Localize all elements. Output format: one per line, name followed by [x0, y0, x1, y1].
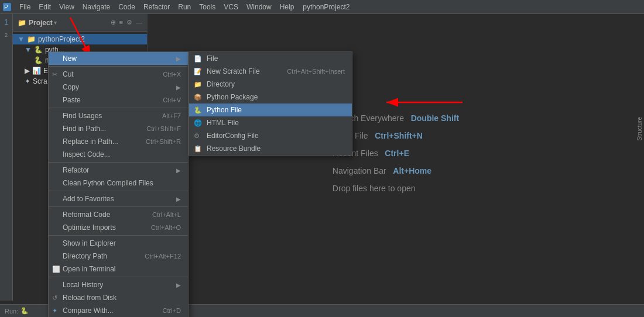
collapse-icon[interactable]: ≡	[119, 19, 123, 26]
scratch-icon: ✦	[25, 77, 30, 85]
menu-inspect-code[interactable]: Inspect Code...	[49, 148, 188, 161]
scratch-shortcut: Ctrl+Alt+Shift+Insert	[287, 68, 345, 75]
menu-tools[interactable]: Tools	[195, 2, 220, 12]
terminal-icon: ⬜	[52, 266, 60, 273]
folder-icon: 📁	[18, 19, 26, 27]
tree-project-root[interactable]: ▼ 📁 pythonProject2	[13, 34, 147, 44]
project-expand-icon: ▼	[18, 35, 25, 43]
submenu-html[interactable]: 🌐 HTML File	[189, 116, 352, 129]
optimize-label: Optimize Imports	[63, 223, 116, 232]
optimize-shortcut: Ctrl+Alt+O	[151, 224, 181, 231]
submenu-html-label: HTML File	[207, 119, 239, 127]
menu-cut-label: Cut	[63, 70, 74, 78]
menu-refactor[interactable]: Refactor	[139, 2, 174, 12]
find-in-path-label: Find in Path...	[63, 125, 106, 133]
menubar: P File Edit View Navigate Code Refactor …	[0, 0, 644, 14]
menu-show-explorer[interactable]: Show in Explorer	[49, 237, 188, 250]
python-folder-icon: 🐍	[34, 46, 43, 54]
submenu-python-pkg[interactable]: 📦 Python Package	[189, 91, 352, 104]
menu-file[interactable]: File	[15, 2, 35, 12]
reload-icon: ↺	[52, 294, 57, 302]
menu-dir-path[interactable]: Directory Path Ctrl+Alt+F12	[49, 250, 188, 263]
panel-header: 📁 Project ▾ ⊕ ≡ ⚙ —	[13, 14, 147, 32]
menu-local-history[interactable]: Local History ▶	[49, 278, 188, 291]
divider-3	[49, 162, 188, 163]
scratch-icon-sub: 📝	[194, 68, 202, 75]
menu-cut[interactable]: ✂ Cut Ctrl+X	[49, 68, 188, 81]
submenu-file[interactable]: 📄 File	[189, 52, 352, 65]
menu-help[interactable]: Help	[276, 2, 299, 12]
menu-view[interactable]: View	[55, 2, 78, 12]
editorconfig-icon-sub: ⚙	[194, 132, 200, 140]
folder-expand-icon: ▼	[25, 46, 32, 54]
dir-path-label: Directory Path	[63, 252, 107, 260]
refactor-arrow-icon: ▶	[176, 167, 181, 174]
menu-vcs[interactable]: VCS	[220, 2, 242, 12]
submenu-new: 📄 File 📝 New Scratch File Ctrl+Alt+Shift…	[189, 51, 352, 156]
structure-panel-label[interactable]: Structure	[636, 117, 643, 141]
menu-new[interactable]: New ▶	[49, 52, 188, 65]
libs-expand-icon: ▶	[25, 67, 30, 75]
divider-6	[49, 235, 188, 236]
svg-text:P: P	[4, 4, 8, 11]
structure-icon[interactable]: 2	[1, 29, 12, 41]
refactor-label: Refactor	[63, 166, 89, 174]
menu-clean-python[interactable]: Clean Python Compiled Files	[49, 177, 188, 189]
run-label: Run:	[5, 308, 18, 315]
project-root-label: pythonProject2	[38, 35, 85, 43]
menu-compare-with[interactable]: ✦ Compare With... Ctrl+D	[49, 304, 188, 317]
menu-refactor[interactable]: Refactor ▶	[49, 164, 188, 177]
submenu-directory[interactable]: 📁 Directory	[189, 78, 352, 91]
drop-files-hint: Drop files here to open	[333, 184, 459, 193]
menu-edit[interactable]: Edit	[35, 2, 55, 12]
project-icon[interactable]: 1	[1, 16, 12, 28]
replace-in-path-label: Replace in Path...	[63, 137, 118, 146]
submenu-editorconfig[interactable]: ⚙ EditorConfig File	[189, 129, 352, 142]
menu-copy[interactable]: Copy ▶	[49, 81, 188, 94]
submenu-python-file[interactable]: 🐍 Python File	[189, 104, 352, 116]
menu-navigate[interactable]: Navigate	[78, 2, 114, 12]
find-usages-label: Find Usages	[63, 112, 102, 120]
local-history-label: Local History	[63, 281, 103, 289]
panel-dropdown-icon[interactable]: ▾	[54, 19, 57, 26]
pkg-icon-sub: 📦	[194, 94, 202, 101]
nav-bar-hint: Navigation Bar Alt+Home	[333, 166, 459, 175]
menu-reload-disk[interactable]: ↺ Reload from Disk	[49, 291, 188, 304]
locate-icon[interactable]: ⊕	[111, 19, 116, 26]
minimize-icon[interactable]: —	[136, 19, 142, 26]
menu-add-favorites[interactable]: Add to Favorites ▶	[49, 192, 188, 205]
inspect-code-label: Inspect Code...	[63, 150, 110, 158]
cut-shortcut: Ctrl+X	[163, 71, 181, 78]
submenu-scratch[interactable]: 📝 New Scratch File Ctrl+Alt+Shift+Insert	[189, 65, 352, 78]
submenu-scratch-label: New Scratch File	[207, 67, 260, 75]
libs-icon: 📊	[32, 67, 41, 75]
cut-icon: ✂	[52, 71, 57, 78]
submenu-editorconfig-label: EditorConfig File	[207, 132, 259, 140]
menu-replace-in-path[interactable]: Replace in Path... Ctrl+Shift+R	[49, 135, 188, 148]
find-usages-shortcut: Alt+F7	[162, 112, 181, 119]
menu-optimize[interactable]: Optimize Imports Ctrl+Alt+O	[49, 221, 188, 234]
menu-new-label: New	[63, 54, 77, 63]
menu-copy-label: Copy	[63, 83, 79, 91]
menu-reformat[interactable]: Reformat Code Ctrl+Alt+L	[49, 208, 188, 221]
menu-run[interactable]: Run	[174, 2, 195, 12]
settings-icon[interactable]: ⚙	[126, 19, 132, 26]
submenu-resource[interactable]: 📋 Resource Bundle	[189, 142, 352, 155]
divider-7	[49, 277, 188, 277]
menu-find-in-path[interactable]: Find in Path... Ctrl+Shift+F	[49, 122, 188, 135]
reload-disk-label: Reload from Disk	[63, 294, 117, 302]
run-python-icon: 🐍	[20, 307, 29, 315]
compare-shortcut: Ctrl+D	[163, 307, 181, 314]
menu-window[interactable]: Window	[242, 2, 276, 12]
menu-code[interactable]: Code	[114, 2, 139, 12]
app-logo: P	[2, 2, 12, 12]
menu-paste[interactable]: Paste Ctrl+V	[49, 94, 188, 106]
clean-python-label: Clean Python Compiled Files	[63, 179, 153, 187]
menu-open-terminal[interactable]: ⬜ Open in Terminal	[49, 263, 188, 275]
submenu-pkg-label: Python Package	[207, 93, 258, 101]
html-icon-sub: 🌐	[194, 119, 202, 127]
submenu-file-label: File	[207, 54, 218, 63]
menu-find-usages[interactable]: Find Usages Alt+F7	[49, 109, 188, 122]
compare-with-label: Compare With...	[63, 306, 114, 315]
submenu-python-label: Python File	[207, 106, 242, 114]
